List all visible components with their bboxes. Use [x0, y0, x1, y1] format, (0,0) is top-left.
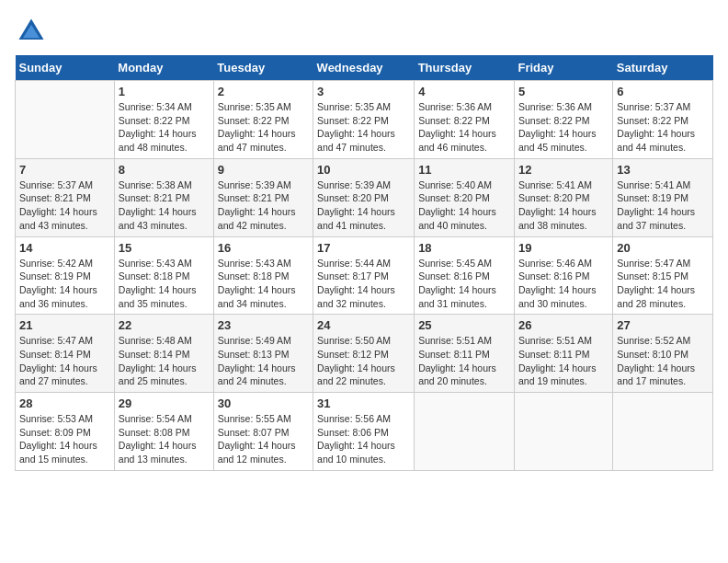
header-row: SundayMondayTuesdayWednesdayThursdayFrid…: [16, 55, 713, 81]
week-row-0: 1Sunrise: 5:34 AMSunset: 8:22 PMDaylight…: [16, 81, 713, 159]
day-number: 12: [518, 163, 609, 177]
day-cell: [415, 393, 515, 471]
day-info: Sunrise: 5:36 AMSunset: 8:22 PMDaylight:…: [518, 100, 609, 155]
day-info: Sunrise: 5:39 AMSunset: 8:20 PMDaylight:…: [317, 178, 410, 233]
day-number: 3: [317, 85, 410, 98]
day-cell: 2Sunrise: 5:35 AMSunset: 8:22 PMDaylight…: [213, 81, 313, 159]
day-info: Sunrise: 5:46 AMSunset: 8:16 PMDaylight:…: [518, 257, 609, 311]
day-cell: 6Sunrise: 5:37 AMSunset: 8:22 PMDaylight…: [613, 81, 713, 159]
page-header: [15, 15, 713, 48]
day-info: Sunrise: 5:47 AMSunset: 8:15 PMDaylight:…: [617, 257, 709, 311]
day-number: 8: [119, 163, 210, 177]
header-cell-wednesday: Wednesday: [313, 55, 415, 81]
calendar-table: SundayMondayTuesdayWednesdayThursdayFrid…: [15, 55, 713, 471]
day-number: 7: [19, 163, 110, 177]
day-cell: 4Sunrise: 5:36 AMSunset: 8:22 PMDaylight…: [415, 81, 515, 159]
day-number: 24: [317, 318, 410, 332]
logo: [15, 15, 51, 48]
day-info: Sunrise: 5:45 AMSunset: 8:16 PMDaylight:…: [418, 257, 510, 311]
day-cell: 17Sunrise: 5:44 AMSunset: 8:17 PMDayligh…: [313, 236, 415, 315]
day-info: Sunrise: 5:38 AMSunset: 8:21 PMDaylight:…: [119, 178, 210, 233]
day-number: 14: [19, 241, 110, 255]
day-number: 4: [418, 85, 510, 98]
day-cell: 25Sunrise: 5:51 AMSunset: 8:11 PMDayligh…: [415, 315, 515, 393]
day-cell: 28Sunrise: 5:53 AMSunset: 8:09 PMDayligh…: [16, 393, 115, 471]
day-info: Sunrise: 5:51 AMSunset: 8:11 PMDaylight:…: [518, 334, 609, 388]
day-info: Sunrise: 5:34 AMSunset: 8:22 PMDaylight:…: [119, 100, 210, 155]
day-number: 18: [418, 241, 510, 255]
day-cell: 10Sunrise: 5:39 AMSunset: 8:20 PMDayligh…: [313, 158, 415, 236]
day-info: Sunrise: 5:55 AMSunset: 8:07 PMDaylight:…: [218, 412, 309, 466]
day-cell: 27Sunrise: 5:52 AMSunset: 8:10 PMDayligh…: [613, 315, 713, 393]
day-info: Sunrise: 5:39 AMSunset: 8:21 PMDaylight:…: [218, 178, 309, 233]
day-cell: 11Sunrise: 5:40 AMSunset: 8:20 PMDayligh…: [415, 158, 515, 236]
day-cell: [16, 81, 115, 159]
day-number: 25: [418, 318, 510, 332]
day-number: 1: [119, 85, 210, 98]
day-number: 16: [218, 241, 309, 255]
week-row-1: 7Sunrise: 5:37 AMSunset: 8:21 PMDaylight…: [16, 158, 713, 236]
week-row-2: 14Sunrise: 5:42 AMSunset: 8:19 PMDayligh…: [16, 236, 713, 315]
day-info: Sunrise: 5:36 AMSunset: 8:22 PMDaylight:…: [418, 100, 510, 155]
day-info: Sunrise: 5:54 AMSunset: 8:08 PMDaylight:…: [119, 412, 210, 466]
day-info: Sunrise: 5:44 AMSunset: 8:17 PMDaylight:…: [317, 257, 410, 311]
day-cell: 21Sunrise: 5:47 AMSunset: 8:14 PMDayligh…: [16, 315, 115, 393]
day-cell: 7Sunrise: 5:37 AMSunset: 8:21 PMDaylight…: [16, 158, 115, 236]
day-info: Sunrise: 5:35 AMSunset: 8:22 PMDaylight:…: [218, 100, 309, 155]
day-cell: 5Sunrise: 5:36 AMSunset: 8:22 PMDaylight…: [514, 81, 612, 159]
day-info: Sunrise: 5:42 AMSunset: 8:19 PMDaylight:…: [19, 257, 110, 311]
day-cell: 23Sunrise: 5:49 AMSunset: 8:13 PMDayligh…: [213, 315, 313, 393]
day-cell: 14Sunrise: 5:42 AMSunset: 8:19 PMDayligh…: [16, 236, 115, 315]
day-cell: 20Sunrise: 5:47 AMSunset: 8:15 PMDayligh…: [613, 236, 713, 315]
day-cell: 8Sunrise: 5:38 AMSunset: 8:21 PMDaylight…: [114, 158, 213, 236]
day-info: Sunrise: 5:35 AMSunset: 8:22 PMDaylight:…: [317, 100, 410, 155]
day-info: Sunrise: 5:41 AMSunset: 8:19 PMDaylight:…: [617, 178, 709, 233]
day-number: 11: [418, 163, 510, 177]
day-cell: 22Sunrise: 5:48 AMSunset: 8:14 PMDayligh…: [114, 315, 213, 393]
day-info: Sunrise: 5:53 AMSunset: 8:09 PMDaylight:…: [19, 412, 110, 466]
day-number: 29: [119, 396, 210, 410]
day-number: 19: [518, 241, 609, 255]
day-cell: [514, 393, 612, 471]
header-cell-friday: Friday: [514, 55, 612, 81]
week-row-4: 28Sunrise: 5:53 AMSunset: 8:09 PMDayligh…: [16, 393, 713, 471]
day-cell: 18Sunrise: 5:45 AMSunset: 8:16 PMDayligh…: [415, 236, 515, 315]
day-info: Sunrise: 5:37 AMSunset: 8:21 PMDaylight:…: [19, 178, 110, 233]
calendar-body: 1Sunrise: 5:34 AMSunset: 8:22 PMDaylight…: [16, 81, 713, 471]
logo-icon: [15, 15, 48, 48]
day-cell: 3Sunrise: 5:35 AMSunset: 8:22 PMDaylight…: [313, 81, 415, 159]
day-number: 21: [19, 318, 110, 332]
calendar-header: SundayMondayTuesdayWednesdayThursdayFrid…: [16, 55, 713, 81]
header-cell-monday: Monday: [114, 55, 213, 81]
day-number: 9: [218, 163, 309, 177]
header-cell-saturday: Saturday: [613, 55, 713, 81]
day-number: 17: [317, 241, 410, 255]
week-row-3: 21Sunrise: 5:47 AMSunset: 8:14 PMDayligh…: [16, 315, 713, 393]
day-number: 31: [317, 396, 410, 410]
day-number: 10: [317, 163, 410, 177]
day-cell: 19Sunrise: 5:46 AMSunset: 8:16 PMDayligh…: [514, 236, 612, 315]
day-cell: 30Sunrise: 5:55 AMSunset: 8:07 PMDayligh…: [213, 393, 313, 471]
day-number: 28: [19, 396, 110, 410]
day-cell: 12Sunrise: 5:41 AMSunset: 8:20 PMDayligh…: [514, 158, 612, 236]
day-cell: [613, 393, 713, 471]
day-cell: 29Sunrise: 5:54 AMSunset: 8:08 PMDayligh…: [114, 393, 213, 471]
day-info: Sunrise: 5:48 AMSunset: 8:14 PMDaylight:…: [119, 334, 210, 388]
day-cell: 1Sunrise: 5:34 AMSunset: 8:22 PMDaylight…: [114, 81, 213, 159]
day-number: 5: [518, 85, 609, 98]
day-info: Sunrise: 5:47 AMSunset: 8:14 PMDaylight:…: [19, 334, 110, 388]
day-info: Sunrise: 5:49 AMSunset: 8:13 PMDaylight:…: [218, 334, 309, 388]
day-number: 30: [218, 396, 309, 410]
day-number: 6: [617, 85, 709, 98]
day-cell: 13Sunrise: 5:41 AMSunset: 8:19 PMDayligh…: [613, 158, 713, 236]
day-cell: 31Sunrise: 5:56 AMSunset: 8:06 PMDayligh…: [313, 393, 415, 471]
day-number: 27: [617, 318, 709, 332]
day-number: 23: [218, 318, 309, 332]
header-cell-tuesday: Tuesday: [213, 55, 313, 81]
day-number: 20: [617, 241, 709, 255]
day-info: Sunrise: 5:40 AMSunset: 8:20 PMDaylight:…: [418, 178, 510, 233]
day-info: Sunrise: 5:52 AMSunset: 8:10 PMDaylight:…: [617, 334, 709, 388]
day-info: Sunrise: 5:41 AMSunset: 8:20 PMDaylight:…: [518, 178, 609, 233]
day-info: Sunrise: 5:43 AMSunset: 8:18 PMDaylight:…: [119, 257, 210, 311]
day-info: Sunrise: 5:56 AMSunset: 8:06 PMDaylight:…: [317, 412, 410, 466]
